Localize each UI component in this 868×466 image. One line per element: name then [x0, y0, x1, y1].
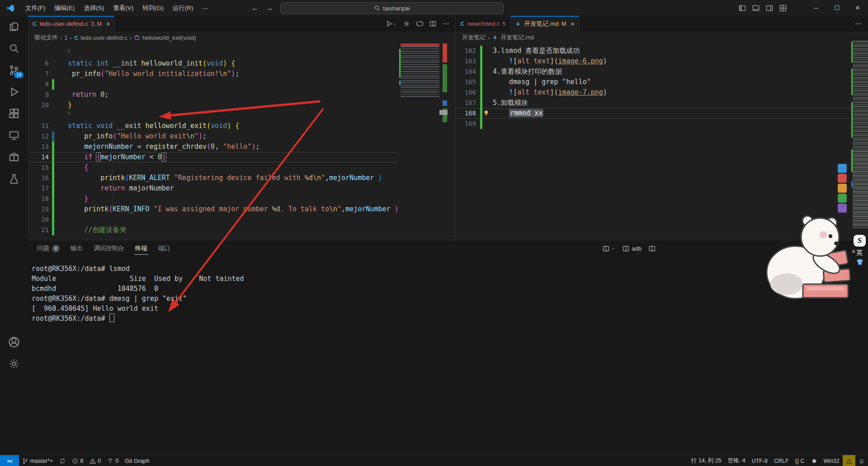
code-line[interactable]: 13 mejornNumber = register_chrdev(0, "he…	[28, 142, 398, 152]
inline-widget[interactable]	[28, 110, 398, 121]
code-line[interactable]: 169	[456, 119, 850, 129]
close-tab-icon[interactable]: ×	[571, 20, 574, 28]
forward-button[interactable]: →	[266, 4, 273, 12]
terminal-split-icon-2[interactable]	[649, 245, 656, 252]
code-line[interactable]: 12 pr_info("Hello world exit\n");	[28, 131, 398, 142]
status-item[interactable]: 行 14, 列 25	[688, 455, 725, 466]
toggle-panel-icon[interactable]	[752, 5, 760, 12]
split-editor-button[interactable]	[429, 20, 436, 27]
activity-extensions[interactable]	[0, 103, 28, 124]
status-item[interactable]: 空格: 4	[725, 455, 749, 466]
minimap-left[interactable]	[401, 46, 439, 98]
status-item[interactable]: master*+	[19, 455, 56, 466]
menu-item[interactable]: 查看(V)	[108, 0, 138, 16]
status-item[interactable]	[808, 455, 821, 466]
activity-search[interactable]	[0, 38, 28, 59]
editor-tab[interactable]: 开发笔记.mdM×	[510, 16, 579, 32]
more-button[interactable]	[855, 20, 862, 27]
terminal-launch-icon[interactable]	[603, 245, 615, 252]
code-line[interactable]: 166 ![alt text](image-7.png)	[456, 87, 850, 98]
ime-logo[interactable]: S	[854, 235, 866, 247]
panel-tab[interactable]: 调试控制台	[89, 240, 129, 257]
status-item[interactable]: 0	[86, 455, 104, 466]
code-line[interactable]: 7 pr_info("Hello world initialization!\n…	[28, 69, 398, 79]
activity-source-control[interactable]: 14	[0, 59, 28, 81]
code-line[interactable]: 16 printk(KERN_ALERT "Registering device…	[28, 173, 398, 183]
panel-tab[interactable]: 端口	[154, 240, 175, 257]
code-line[interactable]: 1675.卸载模块	[456, 98, 850, 108]
status-item[interactable]: 8	[69, 455, 86, 466]
code-line[interactable]: 11static void __exit helloworld_exit(voi…	[28, 121, 398, 131]
ime-skin-icon[interactable]	[856, 259, 867, 265]
code-line[interactable]: 18 }	[28, 194, 398, 204]
customize-layout-icon[interactable]	[779, 5, 787, 12]
close-tab-icon[interactable]: ×	[106, 20, 110, 28]
code-line[interactable]: 165 dmesg | grep "hello"	[456, 77, 850, 87]
run-button[interactable]	[386, 20, 397, 27]
code-line[interactable]: 20	[28, 214, 398, 225]
code-line[interactable]: 19 printk(KERN_INFO "I was assigned majo…	[28, 204, 398, 214]
activity-run-debug[interactable]	[0, 81, 28, 103]
menu-item[interactable]: 编辑(E)	[50, 0, 79, 16]
command-center-search[interactable]: taishanpai	[280, 2, 504, 14]
code-line[interactable]: 17 return majorNumber	[28, 183, 398, 194]
close-button[interactable]: ✕	[847, 0, 868, 16]
terminal-profile-adb[interactable]: adb	[623, 245, 642, 252]
status-item[interactable]: CRLF	[771, 455, 792, 466]
panel-tab[interactable]: 输出	[66, 240, 87, 257]
activity-beaker[interactable]	[0, 168, 28, 190]
terminal-output[interactable]: root@RK356X:/data# lsmodModule Size Used…	[32, 264, 244, 323]
scrollbar-handle[interactable]	[439, 110, 448, 115]
status-item[interactable]: Git Graph	[122, 455, 152, 466]
breadcrumb-item[interactable]: 开发笔记	[462, 33, 486, 42]
activity-container[interactable]	[0, 146, 28, 168]
panel-tab[interactable]: 终端	[131, 240, 152, 257]
menu-item[interactable]: 运行(R)	[168, 0, 198, 16]
gear-button[interactable]	[403, 20, 410, 27]
activity-remote-explorer[interactable]	[0, 124, 28, 146]
code-line[interactable]: 9 return 0;	[28, 90, 398, 100]
maximize-button[interactable]: ☐	[826, 0, 847, 16]
code-line[interactable]: 15 {	[28, 162, 398, 173]
compare-button[interactable]	[416, 20, 423, 27]
breadcrumb-item[interactable]: 开发笔记.md	[500, 33, 534, 42]
lightbulb-icon[interactable]	[483, 109, 490, 116]
breadcrumb-item[interactable]: 驱动文件	[34, 33, 58, 42]
menu-item[interactable]: 转到(G)	[138, 0, 168, 16]
editor-tab[interactable]: Cnewchrled.c5	[456, 16, 510, 32]
toggle-sidebar-icon[interactable]	[739, 5, 746, 12]
status-item[interactable]: Win32	[821, 455, 843, 466]
breadcrumb[interactable]: 驱动文件›1›Cleds-user-defind.c›helloworld_ex…	[28, 32, 459, 43]
back-button[interactable]: ←	[251, 4, 259, 12]
code-line[interactable]: 14 if (mejorNumber < 0)	[28, 152, 398, 162]
status-item[interactable]: {} C	[792, 455, 808, 466]
activity-explorer[interactable]	[0, 16, 28, 38]
code-line[interactable]: 168 rmmod xx	[456, 108, 850, 119]
breadcrumb-item[interactable]: 1	[64, 34, 67, 41]
terminal-prompt[interactable]: root@RK356X:/data#	[32, 314, 244, 323]
code-line[interactable]: 163 ![alt text](image-6.png)	[456, 56, 850, 67]
minimize-button[interactable]: ─	[806, 0, 826, 16]
status-item[interactable]	[843, 455, 855, 466]
breadcrumb-right[interactable]: 开发笔记›开发笔记.md	[456, 32, 855, 43]
menu-item[interactable]: 选择(S)	[79, 0, 108, 16]
code-line[interactable]: 1623.lsmod 查看是否加载成功	[456, 46, 850, 56]
menu-item[interactable]: 文件(F)	[21, 0, 50, 16]
code-line[interactable]: 21 //创建设备类	[28, 225, 398, 235]
panel-tab[interactable]: 问题8	[33, 240, 64, 257]
toggle-secondary-sidebar-icon[interactable]	[766, 5, 773, 12]
minimap-slider[interactable]	[853, 149, 868, 226]
status-item[interactable]: UTF-8	[749, 455, 771, 466]
code-line[interactable]: 8	[28, 79, 398, 90]
code-editor-left[interactable]: 6static int __init helloworld_init(void)…	[28, 43, 398, 240]
ime-lang-mode[interactable]: 英	[856, 249, 867, 257]
status-item[interactable]: 0	[104, 455, 122, 466]
editor-tab[interactable]: Cleds-user-defind.c3, M×	[28, 16, 115, 32]
status-item[interactable]	[855, 455, 868, 466]
activity-settings[interactable]	[0, 353, 28, 375]
menu-item[interactable]: ⋯	[198, 0, 213, 16]
code-line[interactable]: 10}	[28, 100, 398, 110]
code-line[interactable]: 1644.查看模块打印的数据	[456, 67, 850, 77]
activity-account[interactable]	[0, 331, 28, 353]
breadcrumb-item[interactable]: helloworld_exit(void)	[142, 34, 196, 41]
